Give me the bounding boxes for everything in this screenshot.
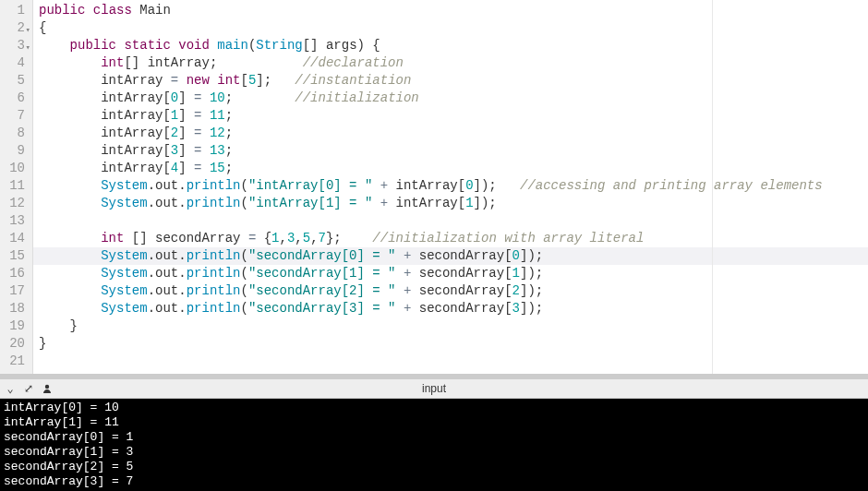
code-editor[interactable]: 12▾3▾456789101112131415161718192021 publ… (0, 0, 868, 374)
line-number: 2▾ (6, 19, 25, 37)
code-line[interactable]: intArray[1] = 11; (33, 107, 868, 125)
line-number: 14 (6, 230, 25, 247)
code-line[interactable] (33, 353, 868, 370)
code-line[interactable]: } (33, 317, 868, 335)
code-line[interactable]: System.out.println("intArray[0] = " + in… (33, 177, 868, 195)
line-number: 9 (6, 142, 25, 160)
code-line[interactable]: { (33, 19, 868, 37)
line-number: 20 (6, 335, 25, 353)
line-number: 13 (6, 212, 25, 230)
input-tab-label[interactable]: input (422, 382, 446, 395)
console-line: intArray[1] = 11 (4, 415, 864, 430)
console-line: secondArray[2] = 5 (4, 460, 864, 474)
fold-icon[interactable]: ▾ (26, 22, 30, 40)
code-line[interactable]: } (33, 335, 868, 353)
line-number: 12 (6, 195, 25, 212)
console-output[interactable]: intArray[0] = 10intArray[1] = 11secondAr… (0, 399, 868, 491)
expand-icon[interactable]: ⤢ (22, 382, 35, 395)
code-line[interactable]: intArray[2] = 12; (33, 125, 868, 142)
line-number: 11 (6, 177, 25, 195)
console-line: secondArray[0] = 1 (4, 430, 864, 445)
line-gutter: 12▾3▾456789101112131415161718192021 (0, 0, 33, 374)
line-number: 21 (6, 353, 25, 370)
line-number: 17 (6, 282, 25, 300)
console-line: intArray[0] = 10 (4, 401, 864, 415)
line-number: 19 (6, 317, 25, 335)
line-number: 18 (6, 300, 25, 317)
code-line[interactable]: System.out.println("secondArray[2] = " +… (33, 282, 868, 300)
code-line[interactable]: public class Main (33, 2, 868, 19)
code-area[interactable]: public class Main{ public static void ma… (33, 0, 868, 374)
code-line[interactable]: intArray[0] = 10; //initialization (33, 90, 868, 107)
collapse-icon[interactable]: ⌄ (4, 382, 17, 395)
console-line: secondArray[1] = 3 (4, 445, 864, 460)
line-number: 3▾ (6, 37, 25, 54)
code-line[interactable]: intArray[3] = 13; (33, 142, 868, 160)
line-number: 4 (6, 54, 25, 72)
svg-point-0 (45, 385, 49, 389)
code-line[interactable]: public static void main(String[] args) { (33, 37, 868, 54)
fold-icon[interactable]: ▾ (26, 40, 30, 57)
code-line[interactable]: System.out.println("secondArray[0] = " +… (33, 247, 868, 265)
code-line[interactable]: intArray = new int[5]; //instantiation (33, 72, 868, 90)
code-line[interactable] (33, 212, 868, 230)
line-number: 15 (6, 247, 25, 265)
code-line[interactable]: intArray[4] = 15; (33, 160, 868, 177)
line-number: 5 (6, 72, 25, 90)
code-line[interactable]: int [] secondArray = {1,3,5,7}; //initia… (33, 230, 868, 247)
line-number: 16 (6, 265, 25, 282)
code-line[interactable]: System.out.println("secondArray[3] = " +… (33, 300, 868, 317)
console-toolbar: ⌄ ⤢ input (0, 379, 868, 399)
console-line: secondArray[3] = 7 (4, 474, 864, 489)
line-number: 10 (6, 160, 25, 177)
code-line[interactable]: int[] intArray; //declaration (33, 54, 868, 72)
code-line[interactable]: System.out.println("secondArray[1] = " +… (33, 265, 868, 282)
line-number: 7 (6, 107, 25, 125)
line-number: 1 (6, 2, 25, 19)
line-number: 8 (6, 125, 25, 142)
print-margin (712, 0, 713, 374)
line-number: 6 (6, 90, 25, 107)
code-line[interactable]: System.out.println("intArray[1] = " + in… (33, 195, 868, 212)
person-icon[interactable] (41, 382, 54, 395)
